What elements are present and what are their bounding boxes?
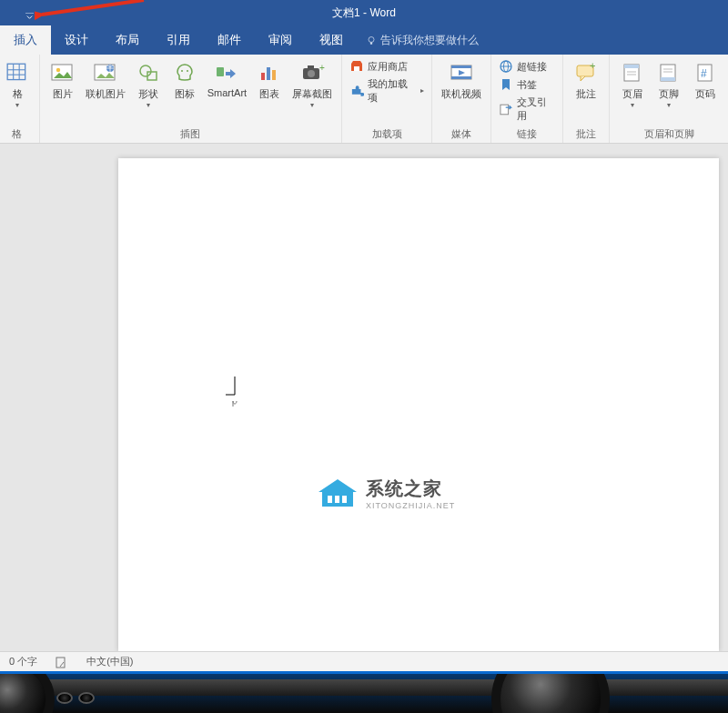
svg-text:#: #	[701, 67, 707, 80]
online-pictures-button[interactable]: 联机图片	[82, 58, 129, 103]
chart-icon	[256, 60, 283, 85]
ribbon-tabs: 插入 设计 布局 引用 邮件 审阅 视图 告诉我你想要做什么	[0, 25, 728, 55]
bookmark-button[interactable]: 书签	[497, 76, 557, 93]
chart-button[interactable]: 图表	[252, 58, 287, 103]
crossref-icon	[499, 102, 512, 116]
picture-icon	[49, 60, 76, 85]
proofing-button[interactable]	[56, 656, 68, 668]
shapes-icon	[135, 60, 162, 85]
pictures-button[interactable]: 图片	[46, 58, 80, 103]
online-video-button[interactable]: 联机视频	[438, 58, 485, 103]
svg-point-21	[308, 70, 315, 77]
car-wheel-left	[0, 671, 55, 713]
icons-button[interactable]: 图标	[167, 58, 202, 103]
svg-rect-27	[451, 76, 471, 79]
svg-text:+: +	[590, 61, 595, 71]
svg-point-1	[369, 36, 374, 42]
icons-icon	[171, 60, 198, 85]
proofing-icon	[56, 656, 68, 668]
window-title: 文档1 - Word	[332, 5, 396, 21]
svg-rect-17	[261, 73, 265, 80]
svg-rect-3	[7, 64, 25, 79]
svg-rect-24	[354, 66, 359, 71]
svg-line-0	[42, 0, 144, 15]
svg-rect-19	[272, 70, 276, 80]
hyperlink-icon	[499, 59, 513, 74]
qat-dropdown-icon[interactable]	[25, 13, 34, 21]
bottom-image-strip	[0, 671, 728, 713]
title-bar: 文档1 - Word	[0, 0, 728, 25]
group-media: 联机视频 媒体	[432, 55, 491, 143]
svg-rect-26	[451, 65, 471, 68]
group-addins: 应用商店 我的加载项 ▸ 加载项	[342, 55, 432, 143]
car-exhaust	[56, 692, 95, 704]
table-button-partial[interactable]: 格 ▾	[0, 58, 35, 110]
svg-rect-18	[267, 67, 270, 80]
svg-point-12	[140, 65, 151, 76]
word-count[interactable]: 0 个字	[9, 655, 37, 668]
tab-layout[interactable]: 布局	[102, 25, 153, 55]
screenshot-icon: +	[298, 60, 326, 85]
screenshot-button[interactable]: + 屏幕截图 ▾	[288, 58, 336, 110]
tab-design[interactable]: 设计	[51, 25, 102, 55]
smartart-icon	[213, 60, 240, 85]
header-icon	[619, 60, 646, 85]
watermark-subtitle: XITONGZHIJIA.NET	[366, 501, 455, 510]
text-cursor	[226, 377, 238, 409]
status-bar: 0 个字 中文(中国)	[0, 651, 728, 671]
watermark: 系统之家 XITONGZHIJIA.NET	[317, 477, 455, 510]
footer-button[interactable]: 页脚 ▾	[652, 58, 686, 110]
store-button[interactable]: 应用商店	[348, 58, 426, 75]
my-addins-button[interactable]: 我的加载项 ▸	[348, 76, 426, 105]
tab-review[interactable]: 审阅	[255, 25, 306, 55]
group-header-footer: 页眉 ▾ 页脚 ▾ # 页码 页眉和页脚	[610, 55, 728, 143]
group-tables-partial: 格 ▾ 格	[0, 55, 40, 143]
comment-icon: +	[572, 60, 600, 85]
cross-reference-button[interactable]: 交叉引用	[497, 95, 557, 124]
car-wheel-right	[491, 671, 610, 713]
language-status[interactable]: 中文(中国)	[86, 655, 133, 668]
svg-rect-22	[308, 65, 314, 69]
svg-rect-48	[342, 496, 347, 503]
svg-rect-39	[661, 77, 675, 81]
quick-access-area	[25, 11, 34, 24]
svg-text:+: +	[319, 63, 325, 73]
page-number-icon: #	[692, 60, 719, 85]
svg-rect-35	[624, 65, 639, 68]
comment-button[interactable]: + 批注	[569, 58, 603, 103]
svg-point-9	[56, 68, 60, 72]
svg-rect-2	[370, 42, 372, 44]
tell-me-search[interactable]: 告诉我你想要做什么	[357, 33, 479, 55]
group-illustrations: 图片 联机图片 形状 ▾ 图标 SmartArt 图表	[40, 55, 342, 143]
svg-point-15	[187, 70, 188, 72]
watermark-logo-icon	[317, 477, 359, 510]
addins-icon	[349, 84, 363, 98]
document-workspace[interactable]: 系统之家 XITONGZHIJIA.NET	[0, 144, 728, 651]
svg-rect-46	[328, 496, 332, 503]
svg-rect-31	[500, 105, 509, 115]
online-picture-icon	[92, 60, 119, 85]
watermark-title: 系统之家	[366, 477, 455, 501]
hyperlink-button[interactable]: 超链接	[497, 58, 557, 75]
svg-rect-16	[217, 67, 224, 76]
tab-mailings[interactable]: 邮件	[204, 25, 255, 55]
annotation-arrow	[35, 0, 153, 22]
tab-insert[interactable]: 插入	[0, 25, 51, 55]
group-comments: + 批注 批注	[563, 55, 610, 143]
ribbon: 格 ▾ 格 图片 联机图片 形状 ▾ 图标	[0, 55, 728, 144]
tell-me-placeholder: 告诉我你想要做什么	[380, 33, 479, 48]
bookmark-icon	[499, 77, 513, 92]
shapes-button[interactable]: 形状 ▾	[131, 58, 166, 110]
page-number-button[interactable]: # 页码	[688, 58, 723, 103]
smartart-button[interactable]: SmartArt	[204, 58, 250, 100]
lightbulb-icon	[366, 35, 377, 46]
header-button[interactable]: 页眉 ▾	[615, 58, 650, 110]
footer-icon	[655, 60, 682, 85]
store-icon	[349, 59, 364, 74]
group-links: 超链接 书签 交叉引用 链接	[491, 55, 563, 143]
car-body	[0, 679, 728, 696]
svg-rect-47	[335, 496, 339, 503]
document-page[interactable]	[118, 158, 719, 651]
tab-references[interactable]: 引用	[153, 25, 204, 55]
tab-view[interactable]: 视图	[306, 25, 357, 55]
